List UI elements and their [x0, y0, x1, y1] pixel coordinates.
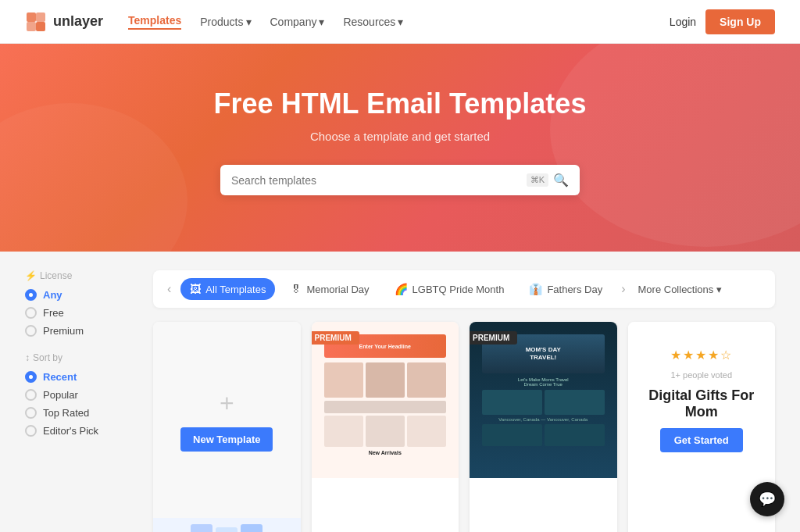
- license-premium-radio[interactable]: [25, 325, 37, 337]
- license-any-option[interactable]: Any: [25, 289, 134, 301]
- collections-bar: ‹ 🖼 All Templates 🎖 Memorial Day 🌈 LGBTQ…: [153, 270, 775, 308]
- sort-popular-label: Popular: [43, 389, 78, 401]
- new-template-card[interactable]: + New Template: [153, 322, 301, 532]
- svg-rect-3: [36, 22, 45, 31]
- resources-dropdown-icon: ▾: [398, 16, 403, 28]
- more-collections-button[interactable]: More Collections ▾: [638, 284, 723, 295]
- license-free-radio[interactable]: [25, 307, 37, 319]
- hero-section: Free HTML Email Templates Choose a templ…: [0, 44, 800, 252]
- navbar-left: unlayer Templates Products ▾ Company ▾ R…: [25, 11, 403, 33]
- digital-gifts-cta-button[interactable]: Get Started: [660, 428, 743, 452]
- login-button[interactable]: Login: [670, 16, 696, 28]
- svg-rect-1: [36, 12, 45, 22]
- search-kbd-badge: ⌘K: [527, 173, 548, 187]
- company-dropdown-icon: ▾: [319, 16, 324, 28]
- sort-popular-radio[interactable]: [25, 389, 37, 401]
- lgbtq-icon: 🌈: [395, 283, 408, 295]
- license-premium-option[interactable]: Premium: [25, 325, 134, 337]
- sort-recent-option[interactable]: Recent: [25, 371, 134, 383]
- new-template-plus-icon: +: [220, 389, 234, 418]
- memorial-day-icon: 🎖: [291, 283, 302, 295]
- license-any-label: Any: [43, 289, 62, 301]
- new-template-button[interactable]: New Template: [180, 427, 273, 452]
- sort-section: ↕ Sort by Recent Popular Top Rated Edito…: [25, 352, 134, 437]
- navbar-right: Login Sign Up: [670, 9, 775, 34]
- nav-products[interactable]: Products ▾: [200, 16, 251, 28]
- sort-top-rated-radio[interactable]: [25, 407, 37, 419]
- search-icon[interactable]: 🔍: [553, 173, 569, 187]
- nav-company[interactable]: Company ▾: [270, 16, 325, 28]
- sort-editors-pick-option[interactable]: Editor's Pick: [25, 425, 134, 437]
- search-bar: ⌘K 🔍: [220, 165, 580, 195]
- digital-gifts-content: ★★★★☆ 1+ people voted Digital Gifts For …: [628, 322, 776, 478]
- new-template-placeholder: + New Template: [153, 322, 301, 518]
- sort-editors-pick-label: Editor's Pick: [43, 425, 98, 437]
- digital-gifts-title: Digital Gifts For Mom: [641, 387, 763, 420]
- products-dropdown-icon: ▾: [246, 16, 252, 28]
- license-premium-label: Premium: [43, 325, 84, 337]
- moms-travel-badge: PREMIUM: [470, 331, 517, 345]
- license-icon: ⚡: [25, 270, 37, 281]
- collection-fathers-day[interactable]: 👔 Fathers Day: [520, 278, 612, 300]
- sort-recent-radio[interactable]: [25, 371, 37, 383]
- sort-top-rated-label: Top Rated: [43, 407, 89, 419]
- collections-prev-button[interactable]: ‹: [164, 282, 174, 296]
- templates-area: ‹ 🖼 All Templates 🎖 Memorial Day 🌈 LGBTQ…: [153, 270, 775, 532]
- all-templates-icon: 🖼: [190, 283, 201, 295]
- new-arrivals-card[interactable]: PREMIUM Enter Your Headline: [312, 322, 459, 532]
- signup-button[interactable]: Sign Up: [705, 9, 775, 34]
- chat-icon: 💬: [759, 491, 776, 508]
- digital-gifts-stars: ★★★★☆: [670, 348, 733, 362]
- sort-top-rated-option[interactable]: Top Rated: [25, 407, 134, 419]
- license-section: ⚡ License Any Free Premium: [25, 270, 134, 337]
- template-grid: + New Template PREMIUM Enter Your Headli…: [153, 322, 775, 532]
- svg-rect-2: [27, 22, 36, 31]
- new-arrivals-preview: Enter Your Headline: [312, 322, 459, 478]
- license-title: ⚡ License: [25, 270, 134, 281]
- navbar: unlayer Templates Products ▾ Company ▾ R…: [0, 0, 800, 44]
- new-arrivals-badge: PREMIUM: [312, 331, 359, 345]
- more-collections-chevron-icon: ▾: [716, 284, 722, 295]
- collection-lgbtq-pride[interactable]: 🌈 LGBTQ Pride Month: [385, 278, 514, 300]
- hero-subtitle: Choose a template and get started: [25, 130, 775, 143]
- logo[interactable]: unlayer: [25, 11, 103, 33]
- nav-links: Templates Products ▾ Company ▾ Resources…: [128, 14, 403, 30]
- logo-text: unlayer: [53, 13, 103, 30]
- nav-templates[interactable]: Templates: [128, 14, 181, 30]
- search-input[interactable]: [231, 174, 527, 187]
- hero-title: Free HTML Email Templates: [25, 87, 775, 120]
- moms-travel-preview: MOM'S DAYTRAVEL! Let's Make Moms TravelD…: [470, 322, 617, 478]
- sort-title: ↕ Sort by: [25, 352, 134, 363]
- logo-icon: [25, 11, 47, 33]
- sort-popular-option[interactable]: Popular: [25, 389, 134, 401]
- sort-recent-label: Recent: [43, 371, 77, 383]
- nav-resources[interactable]: Resources ▾: [343, 16, 403, 28]
- license-free-option[interactable]: Free: [25, 307, 134, 319]
- license-any-radio[interactable]: [25, 289, 37, 301]
- collection-memorial-day[interactable]: 🎖 Memorial Day: [281, 278, 378, 300]
- license-free-label: Free: [43, 307, 64, 319]
- fathers-day-icon: 👔: [529, 283, 542, 295]
- digital-gifts-voted: 1+ people voted: [670, 370, 732, 380]
- sort-icon: ↕: [25, 352, 30, 363]
- sort-editors-pick-radio[interactable]: [25, 425, 37, 437]
- sidebar: ⚡ License Any Free Premium ↕ Sort by: [25, 270, 134, 532]
- collection-all-templates[interactable]: 🖼 All Templates: [180, 278, 275, 300]
- collections-next-button[interactable]: ›: [618, 282, 628, 296]
- moms-travel-card[interactable]: PREMIUM MOM'S DAYTRAVEL! Let's Make Moms…: [470, 322, 617, 532]
- main-content: ⚡ License Any Free Premium ↕ Sort by: [0, 252, 800, 532]
- svg-rect-0: [27, 12, 36, 22]
- chat-bubble[interactable]: 💬: [750, 482, 784, 516]
